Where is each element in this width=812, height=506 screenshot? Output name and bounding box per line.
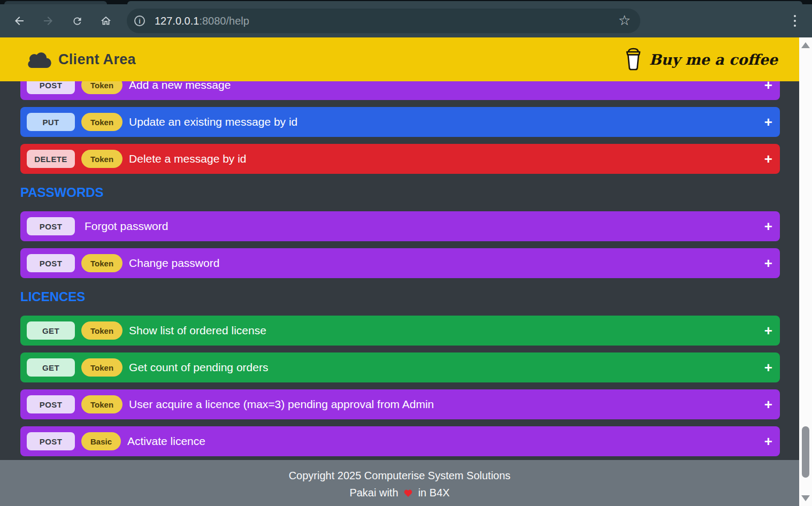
api-endpoint-row[interactable]: GETTokenShow list of ordered license+ (20, 316, 780, 346)
tab-strip (0, 0, 812, 4)
buy-me-a-coffee-button[interactable]: Buy me a coffee (624, 47, 778, 72)
browser-menu-button[interactable] (790, 11, 800, 31)
endpoint-title: Activate licence (127, 435, 205, 448)
expand-plus-icon: + (764, 434, 772, 448)
browser-chrome: i 127.0.0.1:8080/help ☆ (0, 0, 812, 37)
api-endpoint-row[interactable]: DELETETokenDelete a message by id+ (20, 144, 780, 174)
api-endpoint-row[interactable]: POSTBasicActivate licence+ (20, 426, 780, 456)
page-viewport: Client Area Buy me a coffee POSTTokenAdd… (0, 37, 812, 506)
scroll-down-arrow-icon[interactable] (801, 495, 810, 501)
section-title: PASSWORDS (20, 185, 799, 200)
endpoint-title: Update an existing message by id (129, 116, 297, 128)
brand: Client Area (27, 51, 136, 68)
endpoint-title: Change password (129, 257, 219, 270)
endpoint-title: Get count of pending orders (129, 361, 268, 374)
auth-badge: Token (81, 395, 122, 413)
method-badge: POST (27, 254, 75, 272)
address-bar[interactable]: i 127.0.0.1:8080/help ☆ (127, 9, 640, 33)
back-button[interactable] (5, 9, 34, 33)
expand-plus-icon: + (764, 256, 772, 270)
api-endpoint-row[interactable]: POSTTokenUser acquire a licence (max=3) … (20, 389, 780, 419)
browser-toolbar: i 127.0.0.1:8080/help ☆ (0, 4, 812, 37)
made-with-prefix: Pakai with (349, 487, 398, 499)
method-badge: DELETE (27, 150, 75, 168)
expand-plus-icon: + (764, 219, 772, 233)
method-badge: POST (27, 395, 75, 413)
section-title: LICENCES (20, 289, 799, 304)
kebab-dot (794, 20, 796, 22)
expand-plus-icon: + (764, 152, 772, 166)
auth-badge: Token (81, 150, 122, 168)
auth-badge: Token (81, 113, 122, 131)
auth-badge: Basic (81, 432, 121, 450)
api-endpoint-row[interactable]: PUTTokenUpdate an existing message by id… (20, 107, 780, 137)
copyright-text: Copyright 2025 Computerise System Soluti… (0, 467, 799, 484)
forward-button[interactable] (34, 9, 63, 33)
coffee-cup-icon (624, 47, 642, 72)
endpoint-title: Forgot password (85, 220, 168, 233)
kebab-dot (794, 25, 796, 27)
reload-button[interactable] (63, 9, 91, 33)
app-header: Client Area Buy me a coffee (0, 37, 799, 81)
endpoint-title: Show list of ordered license (129, 324, 266, 337)
method-badge: GET (27, 321, 75, 340)
endpoint-title: Delete a message by id (129, 152, 246, 165)
method-badge: GET (27, 358, 75, 377)
method-badge: PUT (27, 113, 75, 131)
api-endpoint-row[interactable]: POSTForgot password+ (20, 211, 780, 241)
auth-badge: Token (81, 254, 122, 272)
arrow-left-icon (13, 14, 26, 27)
cloud-icon (27, 51, 51, 68)
api-endpoint-row[interactable]: GETTokenGet count of pending orders+ (20, 352, 780, 382)
method-badge: POST (27, 217, 75, 235)
made-with-suffix: in B4X (418, 487, 450, 499)
expand-plus-icon: + (764, 397, 772, 411)
url-path: :8080/help (199, 15, 249, 27)
url-text[interactable]: 127.0.0.1:8080/help (155, 15, 249, 27)
heart-icon (403, 488, 413, 497)
scrollbar[interactable] (799, 37, 812, 506)
reload-icon (72, 16, 83, 27)
auth-badge: Token (81, 358, 122, 377)
bookmark-star-icon[interactable]: ☆ (618, 13, 631, 27)
page-title: Client Area (58, 51, 136, 68)
home-icon (100, 15, 112, 27)
api-endpoint-row[interactable]: POSTTokenChange password+ (20, 248, 780, 278)
api-help-list: POSTTokenAdd a new message+PUTTokenUpdat… (0, 81, 799, 460)
endpoint-title: User acquire a licence (max=3) pending a… (129, 398, 434, 411)
made-with-text: Pakai with in B4X (0, 484, 799, 501)
expand-plus-icon: + (764, 115, 772, 129)
kebab-dot (794, 15, 796, 17)
method-badge: POST (27, 432, 75, 450)
scroll-up-arrow-icon[interactable] (801, 42, 810, 48)
expand-plus-icon: + (764, 324, 772, 338)
scrollbar-thumb[interactable] (802, 426, 809, 478)
url-host: 127.0.0.1 (155, 15, 199, 27)
expand-plus-icon: + (764, 361, 772, 374)
page-footer: Copyright 2025 Computerise System Soluti… (0, 460, 799, 506)
site-info-icon[interactable]: i (134, 16, 145, 26)
home-button[interactable] (91, 9, 120, 33)
api-sections: POSTTokenAdd a new message+PUTTokenUpdat… (0, 70, 799, 456)
bmc-label: Buy me a coffee (649, 51, 778, 68)
arrow-right-icon (42, 14, 55, 27)
auth-badge: Token (81, 321, 122, 340)
